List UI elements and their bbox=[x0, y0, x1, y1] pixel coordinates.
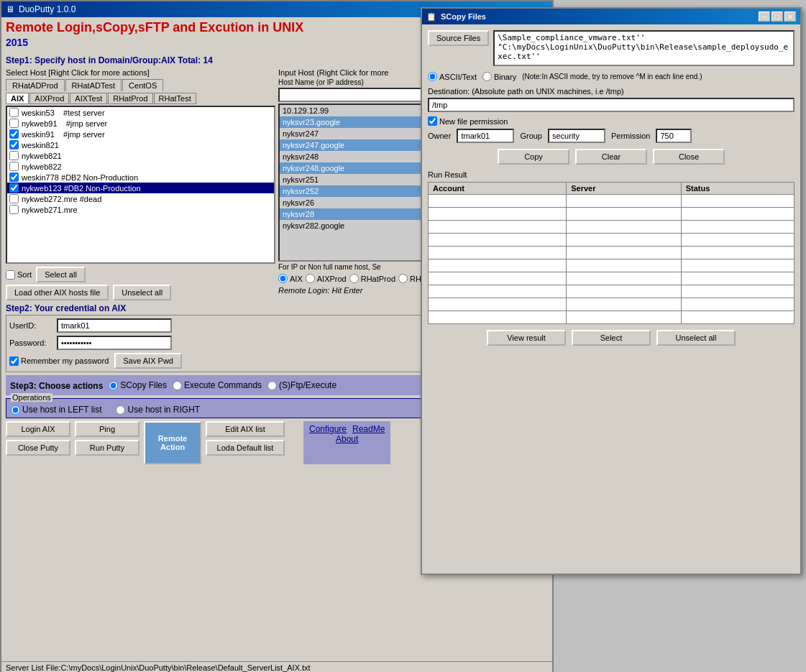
exec-radio[interactable]: Execute Commands bbox=[173, 380, 262, 390]
host-item[interactable]: nykweb91 #jmp server bbox=[7, 118, 274, 129]
load-hosts-button[interactable]: Load other AIX hosts file bbox=[6, 285, 109, 300]
use-left-label: Use host in LEFT list bbox=[22, 405, 101, 415]
host-check-6[interactable] bbox=[9, 172, 19, 182]
tab-centos[interactable]: CentOS bbox=[122, 79, 163, 91]
sub-tab-bar: AIX AIXProd AIXTest RHatProd RHatTest bbox=[6, 93, 275, 104]
about-link[interactable]: About bbox=[336, 434, 358, 444]
readme-link[interactable]: ReadMe bbox=[352, 424, 385, 434]
scopy-radio[interactable]: SCopy Files bbox=[109, 380, 167, 390]
radio-aix[interactable]: AIX bbox=[278, 274, 303, 283]
copy-button[interactable]: Copy bbox=[498, 149, 569, 165]
source-row: Source Files \Sample_compliance_vmware.t… bbox=[428, 30, 794, 66]
run-putty-button[interactable]: Run Putty bbox=[75, 440, 139, 456]
perm-row: Owner Group Permission bbox=[428, 129, 794, 143]
host-item[interactable]: nykweb272.mre #dead bbox=[7, 193, 274, 204]
unselect-all-scopy-button[interactable]: Unselect all bbox=[656, 330, 736, 346]
host-item[interactable]: nykweb822 bbox=[7, 161, 274, 172]
bottom-btn-row: View result Select Unselect all bbox=[428, 330, 794, 346]
host-check-1[interactable] bbox=[9, 119, 19, 128]
left-action-btns: Login AIX Ping Close Putty Run Putty bbox=[6, 421, 139, 464]
new-perm-checkbox-label[interactable]: New file permission bbox=[428, 116, 794, 126]
password-input[interactable] bbox=[57, 336, 172, 350]
select-all-button[interactable]: Select all bbox=[36, 267, 86, 282]
subtab-aixprod[interactable]: AIXProd bbox=[29, 93, 69, 104]
use-left-radio[interactable]: Use host in LEFT list bbox=[11, 405, 101, 415]
permission-input[interactable] bbox=[656, 129, 692, 143]
minimize-button[interactable]: ─ bbox=[759, 11, 770, 22]
remember-pwd-label[interactable]: Remember my password bbox=[9, 356, 109, 366]
ping-button[interactable]: Ping bbox=[75, 421, 139, 437]
step1-label: Step1: Specify host in Domain/Group:AIX … bbox=[6, 55, 213, 65]
destination-input[interactable] bbox=[428, 98, 794, 112]
tab-rhatadprod[interactable]: RHatADProd bbox=[6, 79, 65, 91]
close-putty-button[interactable]: Close Putty bbox=[6, 440, 70, 456]
host-item[interactable]: weskin53 #test server bbox=[7, 107, 274, 118]
subtab-aixtest[interactable]: AIXTest bbox=[70, 93, 107, 104]
radio-aixprod[interactable]: AIXProd bbox=[306, 274, 347, 283]
table-row bbox=[429, 221, 794, 234]
new-perm-checkbox[interactable] bbox=[428, 116, 437, 126]
restore-button[interactable]: □ bbox=[771, 11, 783, 22]
scopy-content: Source Files \Sample_compliance_vmware.t… bbox=[422, 24, 800, 351]
subtab-aix[interactable]: AIX bbox=[6, 93, 29, 104]
table-row bbox=[429, 259, 794, 272]
scopy-window: 📋 SCopy Files ─ □ ✕ Source Files \Sample… bbox=[421, 7, 802, 575]
sort-checkbox-label[interactable]: Sort bbox=[6, 270, 32, 280]
ascii-label: ASCII/Text bbox=[439, 73, 477, 81]
host-item[interactable]: nykweb271.mre bbox=[7, 204, 274, 215]
source-files-button[interactable]: Source Files bbox=[428, 30, 489, 46]
host-check-4[interactable] bbox=[9, 151, 19, 160]
host-check-0[interactable] bbox=[9, 108, 19, 117]
host-item[interactable]: weskin91 #jmp server bbox=[7, 129, 274, 139]
result-table-body bbox=[429, 195, 794, 324]
sftp-radio[interactable]: (S)Ftp/Execute bbox=[267, 380, 336, 390]
unselect-all-button[interactable]: Unselect all bbox=[113, 285, 171, 300]
host-item-selected[interactable]: nykweb123 #DB2 Non-Production bbox=[7, 183, 274, 193]
result-table-header: Account Server Status bbox=[429, 183, 794, 195]
tab-rhatadtest[interactable]: RHatADTest bbox=[65, 79, 122, 91]
host-item[interactable]: weskin821 bbox=[7, 139, 274, 150]
scopy-title-controls: ─ □ ✕ bbox=[759, 11, 796, 22]
subtab-rhattest[interactable]: RHatTest bbox=[154, 93, 196, 104]
new-perm-label: New file permission bbox=[439, 117, 508, 126]
loda-default-button[interactable]: Loda Default list bbox=[206, 440, 285, 456]
table-row bbox=[429, 247, 794, 259]
view-result-button[interactable]: View result bbox=[487, 330, 566, 346]
host-check-3[interactable] bbox=[9, 140, 19, 149]
source-textarea[interactable]: \Sample_compliance_vmware.txt'' "C:\myDo… bbox=[493, 30, 794, 66]
binary-radio[interactable]: Binary bbox=[482, 72, 516, 81]
host-check-7[interactable] bbox=[9, 183, 19, 193]
close-window-button[interactable]: ✕ bbox=[784, 11, 796, 22]
remember-pwd-checkbox[interactable] bbox=[9, 356, 19, 366]
close-scopy-button[interactable]: Close bbox=[653, 149, 725, 165]
edit-aix-button[interactable]: Edit AIX list bbox=[206, 421, 285, 437]
subtab-rhatprod[interactable]: RHatProd bbox=[108, 93, 152, 104]
table-row bbox=[429, 311, 794, 324]
host-item[interactable]: weskin778 #DB2 Non-Production bbox=[7, 172, 274, 183]
login-aix-button[interactable]: Login AIX bbox=[6, 421, 70, 437]
host-check-8[interactable] bbox=[9, 194, 19, 203]
select-button[interactable]: Select bbox=[572, 330, 651, 346]
remote-action-button[interactable]: RemoteAction bbox=[144, 421, 201, 464]
save-pwd-button[interactable]: Save AIX Pwd bbox=[114, 353, 182, 369]
destination-label: Destination: (Absolute path on UNIX mach… bbox=[428, 87, 794, 96]
radio-rhatprod[interactable]: RHatProd bbox=[349, 274, 395, 283]
host-check-5[interactable] bbox=[9, 162, 19, 171]
configure-link[interactable]: Configure bbox=[309, 424, 347, 434]
remote-action-area: RemoteAction bbox=[144, 421, 201, 464]
host-listbox[interactable]: weskin53 #test server nykweb91 #jmp serv… bbox=[6, 106, 275, 264]
sort-checkbox[interactable] bbox=[6, 270, 15, 280]
ascii-radio[interactable]: ASCII/Text bbox=[428, 72, 477, 81]
host-item[interactable]: nykweb821 bbox=[7, 150, 274, 161]
host-check-2[interactable] bbox=[9, 129, 19, 139]
use-right-radio[interactable]: Use host in RIGHT bbox=[116, 405, 200, 415]
group-input[interactable] bbox=[548, 129, 605, 143]
copy-clear-close-row: Copy Clear Close bbox=[428, 149, 794, 165]
userid-label: UserID: bbox=[9, 321, 52, 330]
clear-button[interactable]: Clear bbox=[575, 149, 647, 165]
userid-input[interactable] bbox=[57, 318, 172, 333]
result-table: Account Server Status bbox=[428, 182, 794, 324]
host-check-9[interactable] bbox=[9, 205, 19, 214]
col-status: Status bbox=[681, 183, 794, 195]
owner-input[interactable] bbox=[457, 129, 514, 143]
